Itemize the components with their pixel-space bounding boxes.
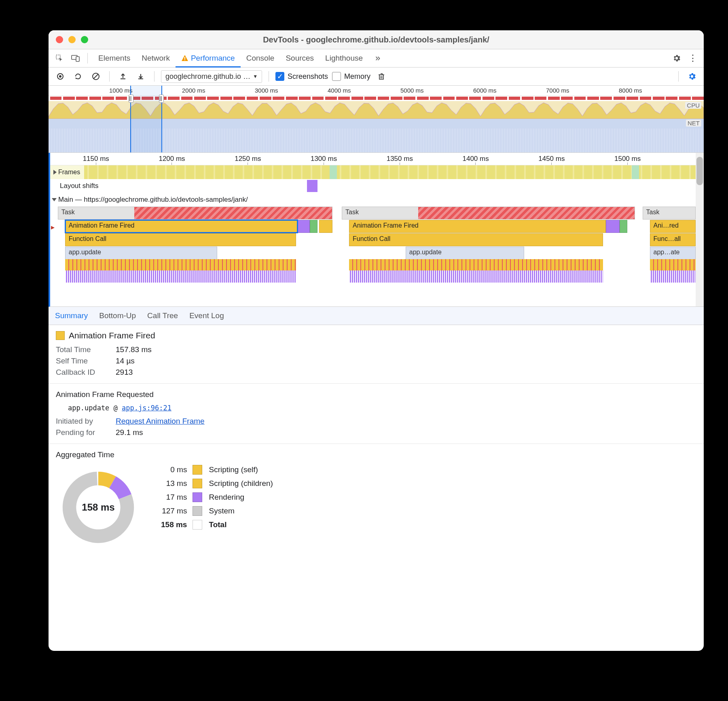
total-time-value: 157.83 ms <box>116 345 152 354</box>
expand-icon[interactable] <box>53 170 57 175</box>
gc-icon[interactable] <box>375 70 388 83</box>
flame-trailing[interactable] <box>620 220 627 233</box>
flame-au[interactable]: app…ate <box>650 247 696 260</box>
flame-micro[interactable] <box>65 259 296 283</box>
expand-icon[interactable] <box>52 198 57 201</box>
flame-au[interactable]: app.update <box>406 247 524 260</box>
zoom-icon[interactable] <box>81 36 88 43</box>
legend-label: Total <box>209 520 273 529</box>
legend-swatch <box>193 465 202 475</box>
details-tab-call-tree[interactable]: Call Tree <box>147 311 178 320</box>
reload-record-button[interactable] <box>71 70 85 83</box>
pending-for-value: 29.1 ms <box>116 428 143 437</box>
initiated-by-link[interactable]: Request Animation Frame <box>116 417 205 426</box>
profile-selector[interactable]: googlechrome.github.io …▼ <box>161 70 262 83</box>
overview-selection[interactable]: || || <box>130 86 163 152</box>
layout-shifts-label: Layout shifts <box>60 182 98 190</box>
pending-for-label: Pending for <box>56 428 108 437</box>
minimize-icon[interactable] <box>68 36 76 43</box>
inspect-element-icon[interactable] <box>53 51 66 65</box>
legend-value: 0 ms <box>161 465 187 474</box>
frames-track[interactable]: Frames <box>50 165 704 179</box>
settings-icon[interactable] <box>670 51 684 65</box>
record-button[interactable] <box>53 70 67 83</box>
selection-handle-left[interactable]: || <box>129 95 133 103</box>
flame-task[interactable]: Task <box>58 207 333 220</box>
event-name: Animation Frame Fired <box>69 331 155 340</box>
legend-swatch <box>193 520 202 530</box>
memory-checkbox[interactable]: Memory <box>332 72 370 81</box>
stack-location-link[interactable]: app.js:96:21 <box>122 404 171 412</box>
legend-swatch <box>193 492 202 502</box>
flame-trailing[interactable] <box>319 220 333 233</box>
legend-label: Scripting (children) <box>209 479 273 488</box>
flame-fc[interactable]: Func…all <box>650 233 696 246</box>
overview-strip[interactable]: 1000 ms2000 ms3000 ms4000 ms5000 ms6000 … <box>49 86 704 153</box>
flame-trailing[interactable] <box>310 220 317 233</box>
main-thread-tracks[interactable]: ▸ TaskAnimation Frame FiredFunction Call… <box>50 207 704 287</box>
screenshots-checkbox[interactable]: ✓Screenshots <box>275 72 328 81</box>
upload-profile-icon[interactable] <box>116 70 130 83</box>
performance-toolbar: googlechrome.github.io …▼ ✓Screenshots M… <box>49 68 704 86</box>
tab-network[interactable]: Network <box>136 49 176 67</box>
warning-icon <box>181 55 188 62</box>
devtools-window: DevTools - googlechrome.github.io/devtoo… <box>49 30 704 651</box>
flame-aff sel[interactable]: Animation Frame Fired <box>65 220 298 233</box>
flame-au[interactable]: app.update <box>65 247 217 260</box>
tab-sources[interactable]: Sources <box>280 49 320 67</box>
flame-trailing[interactable] <box>298 220 310 233</box>
flame-aff[interactable]: Ani…red <box>650 220 696 233</box>
flame-task[interactable]: Task <box>643 207 696 220</box>
svg-line-8 <box>93 74 98 79</box>
selection-arrow-icon: ▸ <box>51 223 55 232</box>
flame-trailing[interactable] <box>606 220 620 233</box>
flame-fc[interactable]: Function Call <box>65 233 296 246</box>
requested-header: Animation Frame Requested <box>56 390 696 399</box>
flame-task[interactable]: Task <box>342 207 635 220</box>
tab-elements[interactable]: Elements <box>93 49 136 67</box>
more-tabs-icon[interactable]: » <box>371 51 385 65</box>
clear-button[interactable] <box>89 70 103 83</box>
tab-console[interactable]: Console <box>241 49 280 67</box>
flame-ruler: 1150 ms1200 ms1250 ms1300 ms1350 ms1400 … <box>50 153 704 165</box>
selection-handle-right[interactable]: || <box>159 95 164 103</box>
details-tab-summary[interactable]: Summary <box>55 311 88 320</box>
layout-shift-segment[interactable] <box>307 180 317 192</box>
checkbox-icon <box>332 72 341 81</box>
kebab-menu-icon[interactable]: ⋮ <box>686 51 700 65</box>
legend-value: 17 ms <box>161 493 187 502</box>
total-time-label: Total Time <box>56 345 108 354</box>
window-controls <box>56 36 88 43</box>
flame-aff[interactable]: Animation Frame Fired <box>349 220 606 233</box>
profile-selector-label: googlechrome.github.io … <box>165 72 250 81</box>
callback-id-label: Callback ID <box>56 368 108 377</box>
aggregated-donut: 158 ms <box>56 465 141 550</box>
tab-lighthouse[interactable]: Lighthouse <box>320 49 368 67</box>
legend-label: Rendering <box>209 493 273 502</box>
flame-micro[interactable] <box>349 259 603 283</box>
legend-swatch <box>193 506 202 516</box>
tab-performance[interactable]: Performance <box>176 49 241 67</box>
checkbox-icon: ✓ <box>275 72 284 81</box>
details-tab-event-log[interactable]: Event Log <box>189 311 224 320</box>
legend-value: 13 ms <box>161 479 187 488</box>
flame-fc[interactable]: Function Call <box>349 233 603 246</box>
svg-rect-3 <box>184 57 185 59</box>
details-tab-bottom-up[interactable]: Bottom-Up <box>99 311 136 320</box>
device-toolbar-icon[interactable] <box>69 51 83 65</box>
main-thread-header[interactable]: Main — https://googlechrome.github.io/de… <box>50 193 704 207</box>
legend-value: 127 ms <box>161 507 187 515</box>
close-icon[interactable] <box>56 36 63 43</box>
aggregated-legend: 0 msScripting (self)13 msScripting (chil… <box>161 465 273 530</box>
details-tabbar: SummaryBottom-UpCall TreeEvent Log <box>49 307 704 325</box>
frames-label: Frames <box>58 169 80 176</box>
initiated-by-label: Initiated by <box>56 417 108 426</box>
flame-chart[interactable]: 1150 ms1200 ms1250 ms1300 ms1350 ms1400 … <box>49 153 704 307</box>
layout-shifts-track[interactable]: Layout shifts <box>50 179 704 193</box>
panel-tabbar: ElementsNetworkPerformanceConsoleSources… <box>49 49 704 68</box>
capture-settings-icon[interactable] <box>685 70 699 83</box>
flame-micro[interactable] <box>650 259 696 283</box>
flame-scrollbar[interactable] <box>696 153 704 306</box>
scrollbar-thumb[interactable] <box>696 157 703 185</box>
download-profile-icon[interactable] <box>134 70 148 83</box>
